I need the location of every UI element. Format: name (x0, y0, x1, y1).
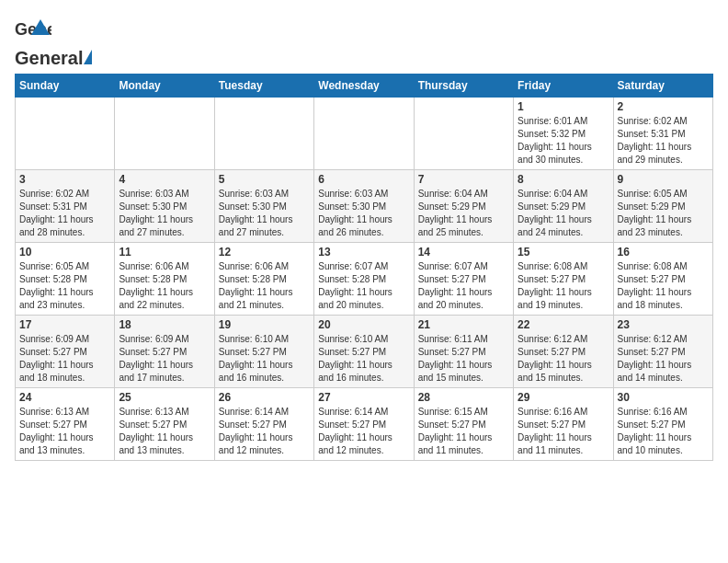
day-info: Sunrise: 6:02 AM Sunset: 5:31 PM Dayligh… (19, 188, 110, 239)
day-number: 28 (418, 391, 509, 404)
day-number: 18 (119, 318, 210, 331)
day-info: Sunrise: 6:14 AM Sunset: 5:27 PM Dayligh… (318, 406, 409, 457)
day-number: 11 (119, 246, 210, 259)
calendar-cell: 14Sunrise: 6:07 AM Sunset: 5:27 PM Dayli… (414, 243, 513, 316)
day-number: 27 (318, 391, 409, 404)
calendar-cell: 18Sunrise: 6:09 AM Sunset: 5:27 PM Dayli… (115, 316, 214, 388)
day-number: 12 (219, 246, 310, 259)
calendar-cell: 5Sunrise: 6:03 AM Sunset: 5:30 PM Daylig… (214, 170, 313, 243)
day-number: 15 (518, 246, 609, 259)
calendar-cell: 24Sunrise: 6:13 AM Sunset: 5:27 PM Dayli… (16, 388, 115, 461)
calendar-header-row: SundayMondayTuesdayWednesdayThursdayFrid… (16, 75, 713, 98)
day-number: 14 (418, 246, 509, 259)
calendar-cell: 16Sunrise: 6:08 AM Sunset: 5:27 PM Dayli… (613, 243, 712, 316)
day-info: Sunrise: 6:13 AM Sunset: 5:27 PM Dayligh… (19, 406, 110, 457)
logo-icon: General (15, 15, 51, 52)
calendar-cell: 3Sunrise: 6:02 AM Sunset: 5:31 PM Daylig… (16, 170, 115, 243)
day-info: Sunrise: 6:07 AM Sunset: 5:28 PM Dayligh… (318, 260, 409, 312)
day-info: Sunrise: 6:09 AM Sunset: 5:27 PM Dayligh… (119, 333, 210, 385)
day-info: Sunrise: 6:04 AM Sunset: 5:29 PM Dayligh… (518, 188, 609, 239)
calendar-cell: 19Sunrise: 6:10 AM Sunset: 5:27 PM Dayli… (214, 316, 313, 388)
calendar-week-row: 1Sunrise: 6:01 AM Sunset: 5:32 PM Daylig… (16, 98, 713, 170)
day-info: Sunrise: 6:08 AM Sunset: 5:27 PM Dayligh… (618, 260, 709, 312)
calendar-cell (115, 98, 214, 170)
day-number: 6 (318, 173, 409, 186)
day-info: Sunrise: 6:11 AM Sunset: 5:27 PM Dayligh… (418, 333, 509, 385)
day-info: Sunrise: 6:12 AM Sunset: 5:27 PM Dayligh… (518, 333, 609, 385)
calendar-cell: 17Sunrise: 6:09 AM Sunset: 5:27 PM Dayli… (16, 316, 115, 388)
calendar-week-row: 3Sunrise: 6:02 AM Sunset: 5:31 PM Daylig… (16, 170, 713, 243)
logo-triangle (84, 50, 92, 64)
calendar-cell: 8Sunrise: 6:04 AM Sunset: 5:29 PM Daylig… (514, 170, 613, 243)
calendar-cell: 15Sunrise: 6:08 AM Sunset: 5:27 PM Dayli… (514, 243, 613, 316)
calendar-cell: 28Sunrise: 6:15 AM Sunset: 5:27 PM Dayli… (414, 388, 513, 461)
day-number: 21 (418, 318, 509, 331)
logo: General General (15, 15, 93, 70)
day-info: Sunrise: 6:02 AM Sunset: 5:31 PM Dayligh… (618, 115, 709, 167)
day-info: Sunrise: 6:03 AM Sunset: 5:30 PM Dayligh… (219, 188, 310, 239)
day-number: 9 (618, 173, 709, 186)
weekday-header-wednesday: Wednesday (314, 75, 414, 98)
calendar-cell: 12Sunrise: 6:06 AM Sunset: 5:28 PM Dayli… (214, 243, 313, 316)
calendar-cell: 23Sunrise: 6:12 AM Sunset: 5:27 PM Dayli… (613, 316, 712, 388)
day-info: Sunrise: 6:10 AM Sunset: 5:27 PM Dayligh… (219, 333, 310, 385)
day-number: 7 (418, 173, 509, 186)
day-info: Sunrise: 6:05 AM Sunset: 5:29 PM Dayligh… (618, 188, 709, 239)
calendar-cell: 6Sunrise: 6:03 AM Sunset: 5:30 PM Daylig… (314, 170, 414, 243)
day-info: Sunrise: 6:06 AM Sunset: 5:28 PM Dayligh… (219, 260, 310, 312)
day-info: Sunrise: 6:03 AM Sunset: 5:30 PM Dayligh… (119, 188, 210, 239)
day-info: Sunrise: 6:12 AM Sunset: 5:27 PM Dayligh… (618, 333, 709, 385)
day-info: Sunrise: 6:14 AM Sunset: 5:27 PM Dayligh… (219, 406, 310, 457)
calendar-cell: 26Sunrise: 6:14 AM Sunset: 5:27 PM Dayli… (214, 388, 313, 461)
day-info: Sunrise: 6:16 AM Sunset: 5:27 PM Dayligh… (518, 406, 609, 457)
day-info: Sunrise: 6:10 AM Sunset: 5:27 PM Dayligh… (318, 333, 409, 385)
weekday-header-friday: Friday (514, 75, 613, 98)
weekday-header-thursday: Thursday (414, 75, 513, 98)
calendar-cell: 27Sunrise: 6:14 AM Sunset: 5:27 PM Dayli… (314, 388, 414, 461)
weekday-header-saturday: Saturday (613, 75, 712, 98)
calendar-cell: 1Sunrise: 6:01 AM Sunset: 5:32 PM Daylig… (514, 98, 613, 170)
day-info: Sunrise: 6:04 AM Sunset: 5:29 PM Dayligh… (418, 188, 509, 239)
weekday-header-tuesday: Tuesday (214, 75, 313, 98)
day-number: 30 (618, 391, 709, 404)
calendar-cell: 13Sunrise: 6:07 AM Sunset: 5:28 PM Dayli… (314, 243, 414, 316)
calendar-table: SundayMondayTuesdayWednesdayThursdayFrid… (15, 74, 713, 461)
day-number: 22 (518, 318, 609, 331)
day-number: 2 (618, 100, 709, 113)
day-info: Sunrise: 6:15 AM Sunset: 5:27 PM Dayligh… (418, 406, 509, 457)
day-number: 5 (219, 173, 310, 186)
calendar-cell (414, 98, 513, 170)
calendar-cell: 29Sunrise: 6:16 AM Sunset: 5:27 PM Dayli… (514, 388, 613, 461)
day-number: 24 (19, 391, 110, 404)
day-number: 19 (219, 318, 310, 331)
calendar-cell: 2Sunrise: 6:02 AM Sunset: 5:31 PM Daylig… (613, 98, 712, 170)
calendar-cell (16, 98, 115, 170)
calendar-cell: 22Sunrise: 6:12 AM Sunset: 5:27 PM Dayli… (514, 316, 613, 388)
calendar-week-row: 24Sunrise: 6:13 AM Sunset: 5:27 PM Dayli… (16, 388, 713, 461)
day-number: 26 (219, 391, 310, 404)
calendar-cell: 11Sunrise: 6:06 AM Sunset: 5:28 PM Dayli… (115, 243, 214, 316)
day-info: Sunrise: 6:03 AM Sunset: 5:30 PM Dayligh… (318, 188, 409, 239)
day-number: 17 (19, 318, 110, 331)
page-header: General General (15, 15, 713, 70)
calendar-cell: 21Sunrise: 6:11 AM Sunset: 5:27 PM Dayli… (414, 316, 513, 388)
day-info: Sunrise: 6:16 AM Sunset: 5:27 PM Dayligh… (618, 406, 709, 457)
calendar-cell: 7Sunrise: 6:04 AM Sunset: 5:29 PM Daylig… (414, 170, 513, 243)
weekday-header-sunday: Sunday (16, 75, 115, 98)
day-number: 29 (518, 391, 609, 404)
calendar-cell: 20Sunrise: 6:10 AM Sunset: 5:27 PM Dayli… (314, 316, 414, 388)
calendar-cell (214, 98, 313, 170)
day-info: Sunrise: 6:01 AM Sunset: 5:32 PM Dayligh… (518, 115, 609, 167)
day-number: 8 (518, 173, 609, 186)
day-info: Sunrise: 6:05 AM Sunset: 5:28 PM Dayligh… (19, 260, 110, 312)
day-info: Sunrise: 6:06 AM Sunset: 5:28 PM Dayligh… (119, 260, 210, 312)
day-number: 4 (119, 173, 210, 186)
day-number: 13 (318, 246, 409, 259)
day-number: 16 (618, 246, 709, 259)
day-info: Sunrise: 6:09 AM Sunset: 5:27 PM Dayligh… (19, 333, 110, 385)
day-number: 10 (19, 246, 110, 259)
calendar-week-row: 10Sunrise: 6:05 AM Sunset: 5:28 PM Dayli… (16, 243, 713, 316)
day-number: 25 (119, 391, 210, 404)
calendar-cell: 9Sunrise: 6:05 AM Sunset: 5:29 PM Daylig… (613, 170, 712, 243)
calendar-cell: 4Sunrise: 6:03 AM Sunset: 5:30 PM Daylig… (115, 170, 214, 243)
